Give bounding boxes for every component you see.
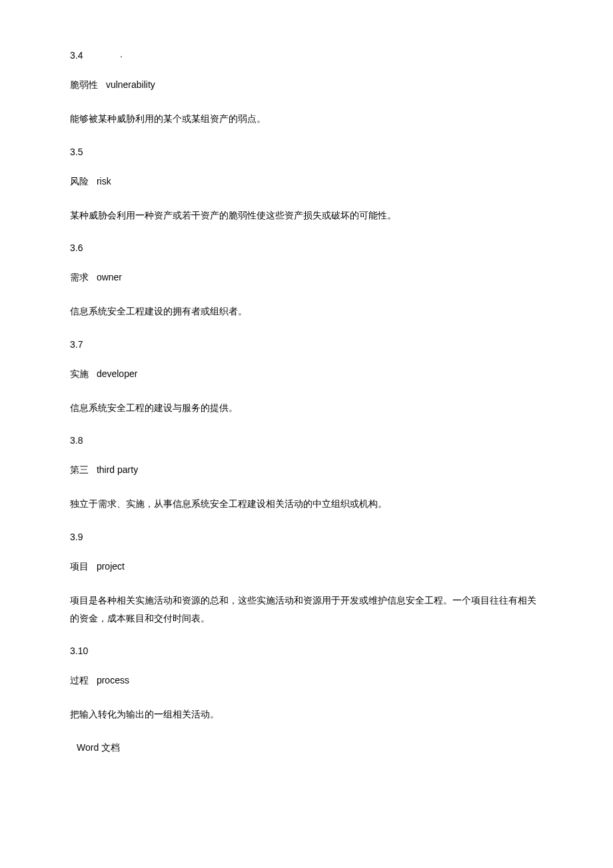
entry-number: 3.8 bbox=[70, 435, 543, 446]
term-cn: 需求 bbox=[70, 272, 89, 282]
entry-number: 3.7 bbox=[70, 339, 543, 350]
term-cn: 项目 bbox=[70, 561, 89, 572]
term-en: developer bbox=[97, 368, 138, 379]
term-en: risk bbox=[97, 176, 111, 187]
term-line: 项目 project bbox=[70, 561, 543, 573]
entry-number: 3.9 bbox=[70, 532, 543, 542]
definition: 项目是各种相关实施活动和资源的总和，这些实施活动和资源用于开发或维护信息安全工程… bbox=[70, 592, 543, 627]
term-en: project bbox=[97, 561, 125, 572]
entry-number: 3.10 bbox=[70, 646, 543, 656]
term-en: third party bbox=[97, 464, 138, 475]
entry-number: 3.4 bbox=[70, 50, 543, 61]
term-cn: 脆弱性 bbox=[70, 79, 98, 90]
term-cn: 过程 bbox=[70, 675, 89, 685]
definition: 某种威胁会利用一种资产或若干资产的脆弱性使这些资产损失或破坏的可能性。 bbox=[70, 207, 543, 224]
definition: 把输入转化为输出的一组相关活动。 bbox=[70, 705, 543, 723]
term-line: 第三 third party bbox=[70, 464, 543, 476]
definition: 信息系统安全工程的建设与服务的提供。 bbox=[70, 399, 543, 417]
term-line: 风险 risk bbox=[70, 176, 543, 188]
definition: 信息系统安全工程建设的拥有者或组织者。 bbox=[70, 302, 543, 320]
term-line: 需求 owner bbox=[70, 272, 543, 284]
term-cn: 实施 bbox=[70, 368, 89, 379]
term-line: 实施 developer bbox=[70, 368, 543, 380]
term-en: process bbox=[97, 675, 129, 685]
entry-number: 3.6 bbox=[70, 242, 543, 253]
entry-number: 3.5 bbox=[70, 147, 543, 157]
term-line: 过程 process bbox=[70, 675, 543, 687]
term-cn: 第三 bbox=[70, 464, 89, 475]
page-content: 3.4 脆弱性 vulnerability 能够被某种威胁利用的某个或某组资产的… bbox=[0, 0, 613, 781]
definition: 能够被某种威胁利用的某个或某组资产的弱点。 bbox=[70, 110, 543, 128]
term-en: owner bbox=[97, 272, 122, 282]
term-en: vulnerability bbox=[106, 79, 155, 90]
header-dot: . bbox=[120, 49, 123, 59]
term-cn: 风险 bbox=[70, 176, 89, 187]
footer-text: Word 文档 bbox=[70, 742, 543, 754]
definition: 独立于需求、实施，从事信息系统安全工程建设相关活动的中立组织或机构。 bbox=[70, 495, 543, 513]
term-line: 脆弱性 vulnerability bbox=[70, 79, 543, 91]
